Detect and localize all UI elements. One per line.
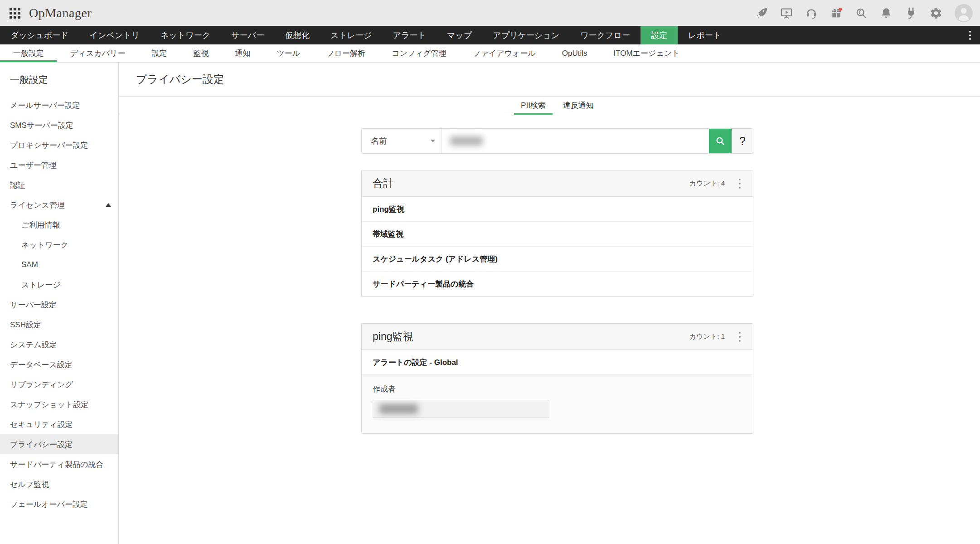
- settings-gear-icon[interactable]: [930, 7, 942, 19]
- sidebar-item-ssh-settings[interactable]: SSH設定: [0, 315, 118, 335]
- nav-dashboard[interactable]: ダッシュボード: [0, 26, 79, 44]
- headset-icon[interactable]: [805, 7, 818, 19]
- topbar-icon-group: [755, 4, 973, 22]
- bell-icon[interactable]: [880, 7, 893, 19]
- subnav-tools[interactable]: ツール: [263, 44, 313, 62]
- nav-inventory[interactable]: インベントリ: [79, 26, 150, 44]
- kebab-menu-icon[interactable]: [737, 177, 742, 190]
- nav-reports[interactable]: レポート: [678, 26, 732, 44]
- sidebar-item-sms-server[interactable]: SMSサーバー設定: [0, 115, 118, 135]
- sidebar-item-database-settings[interactable]: データベース設定: [0, 355, 118, 374]
- search-button[interactable]: [709, 129, 732, 153]
- subnav-oputils[interactable]: OpUtils: [549, 44, 601, 62]
- subnav-flow-analysis[interactable]: フロー解析: [313, 44, 378, 62]
- tab-label: 違反通知: [563, 100, 594, 111]
- page-title: プライバシー設定: [119, 63, 980, 87]
- nav-workflow[interactable]: ワークフロー: [570, 26, 640, 44]
- redacted-search-value: [450, 136, 483, 146]
- demo-screen-icon[interactable]: [780, 7, 793, 19]
- plugin-icon[interactable]: [905, 7, 917, 19]
- creator-field[interactable]: [373, 400, 549, 418]
- sidebar-item-license-management[interactable]: ライセンス管理: [0, 195, 118, 215]
- nav-server[interactable]: サーバー: [221, 26, 275, 44]
- rocket-icon[interactable]: [755, 7, 768, 19]
- help-button[interactable]: ?: [732, 129, 753, 153]
- subnav-itom-agent[interactable]: ITOMエージェント: [601, 44, 693, 62]
- sidebar-item-sam[interactable]: SAM: [0, 255, 118, 275]
- alert-settings-row[interactable]: アラートの設定 - Global: [362, 350, 753, 375]
- category-row-ping[interactable]: ping監視: [362, 197, 753, 222]
- search-filter-select[interactable]: 名前: [362, 129, 442, 153]
- main-content: プライバシー設定 PII検索 違反通知 名前: [119, 63, 980, 544]
- tab-strip: PII検索 違反通知: [119, 96, 980, 114]
- subnav-notification[interactable]: 通知: [222, 44, 263, 62]
- sidebar-item-snapshot-settings[interactable]: スナップショット設定: [0, 394, 118, 414]
- total-card: 合計 カウント: 4 ping監視 帯域監視 スケジュールタスク (アドレス管理…: [361, 170, 753, 297]
- sidebar-item-proxy-server[interactable]: プロキシサーバー設定: [0, 135, 118, 155]
- category-row-thirdparty[interactable]: サードパーティー製品の統合: [362, 272, 753, 296]
- sidebar-item-license-storage[interactable]: ストレージ: [0, 275, 118, 295]
- category-row-scheduled-task[interactable]: スケジュールタスク (アドレス管理): [362, 247, 753, 272]
- nav-maps[interactable]: マップ: [437, 26, 482, 44]
- sidebar-item-system-settings[interactable]: システム設定: [0, 335, 118, 355]
- sidebar-item-privacy-settings[interactable]: プライバシー設定: [0, 434, 118, 454]
- top-bar: OpManager: [0, 0, 980, 26]
- tab-label: PII検索: [521, 100, 546, 111]
- sidebar-item-usage-info[interactable]: ご利用情報: [0, 215, 118, 235]
- search-input[interactable]: [442, 129, 709, 153]
- search-filter-value: 名前: [371, 136, 387, 146]
- creator-section: 作成者: [362, 375, 753, 433]
- sidebar-item-label: ライセンス管理: [10, 200, 65, 210]
- subnav-configuration[interactable]: 設定: [138, 44, 180, 62]
- main-nav: ダッシュボード インベントリ ネットワーク サーバー 仮想化 ストレージ アラー…: [0, 26, 980, 44]
- nav-alerts[interactable]: アラート: [383, 26, 437, 44]
- sidebar-item-thirdparty-integration[interactable]: サードパーティ製品の統合: [0, 454, 118, 474]
- opmanager-app: OpManager: [0, 0, 980, 544]
- sidebar-item-rebranding[interactable]: リブランディング: [0, 374, 118, 394]
- subnav-general-settings[interactable]: 一般設定: [0, 44, 57, 62]
- gift-icon[interactable]: [830, 7, 843, 19]
- apps-grid-icon[interactable]: [9, 7, 21, 19]
- card-title: ping監視: [373, 330, 413, 344]
- nav-storage[interactable]: ストレージ: [320, 26, 383, 44]
- creator-label: 作成者: [373, 384, 742, 394]
- search-icon[interactable]: [855, 7, 868, 19]
- tab-pii-search[interactable]: PII検索: [514, 97, 553, 114]
- kebab-menu-icon[interactable]: [737, 330, 742, 344]
- subnav-discovery[interactable]: ディスカバリー: [57, 44, 138, 62]
- tab-violation-notice[interactable]: 違反通知: [556, 97, 601, 114]
- app-logo: OpManager: [29, 6, 92, 20]
- chevron-down-icon: [431, 140, 435, 142]
- card-title: 合計: [373, 176, 393, 190]
- search-magnifier-icon: [715, 136, 725, 146]
- nav-network[interactable]: ネットワーク: [150, 26, 221, 44]
- nav-overflow-icon[interactable]: [960, 26, 980, 44]
- sidebar-item-mail-server[interactable]: メールサーバー設定: [0, 95, 118, 115]
- subnav-monitoring[interactable]: 監視: [180, 44, 222, 62]
- sidebar-item-security-settings[interactable]: セキュリティ設定: [0, 414, 118, 434]
- sidebar-item-authentication[interactable]: 認証: [0, 175, 118, 195]
- sidebar-item-license-network[interactable]: ネットワーク: [0, 235, 118, 255]
- search-bar: 名前 ?: [361, 128, 753, 154]
- sidebar-item-self-monitoring[interactable]: セルフ監視: [0, 474, 118, 494]
- category-row-bandwidth[interactable]: 帯域監視: [362, 222, 753, 247]
- subnav-config-management[interactable]: コンフィグ管理: [378, 44, 460, 62]
- ping-monitor-card: ping監視 カウント: 1 アラートの設定 - Global 作成者: [361, 323, 753, 434]
- settings-sub-nav: 一般設定 ディスカバリー 設定 監視 通知 ツール フロー解析 コンフィグ管理 …: [0, 44, 980, 63]
- nav-applications[interactable]: アプリケーション: [482, 26, 570, 44]
- count-badge: カウント: 1: [689, 332, 725, 341]
- sidebar-title: 一般設定: [0, 63, 118, 86]
- nav-virtualization[interactable]: 仮想化: [275, 26, 320, 44]
- count-badge: カウント: 4: [689, 179, 725, 188]
- sidebar-item-failover-settings[interactable]: フェールオーバー設定: [0, 494, 118, 514]
- collapse-caret-icon: [106, 203, 111, 207]
- subnav-firewall[interactable]: ファイアウォール: [460, 44, 549, 62]
- nav-settings[interactable]: 設定: [640, 26, 678, 44]
- total-card-header: 合計 カウント: 4: [362, 170, 753, 197]
- user-avatar[interactable]: [955, 4, 973, 22]
- redacted-creator-value: [379, 404, 418, 414]
- settings-sidebar: 一般設定 メールサーバー設定 SMSサーバー設定 プロキシサーバー設定 ユーザー…: [0, 63, 119, 544]
- sidebar-item-user-management[interactable]: ユーザー管理: [0, 155, 118, 175]
- sidebar-item-server-settings[interactable]: サーバー設定: [0, 295, 118, 315]
- ping-card-header: ping監視 カウント: 1: [362, 324, 753, 350]
